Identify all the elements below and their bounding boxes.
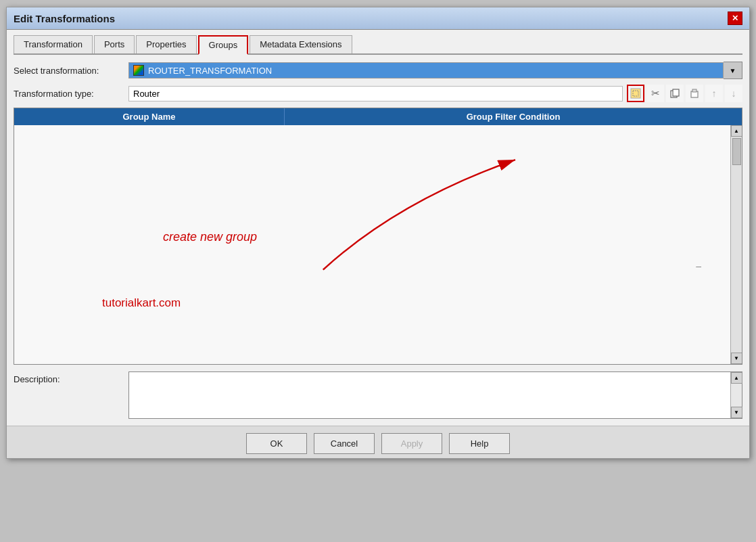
transformation-select-display[interactable]: ROUTER_TRANSFORMATION [128, 62, 724, 78]
scroll-thumb[interactable] [732, 138, 741, 165]
description-box-wrapper: ▲ ▼ [128, 371, 742, 419]
transformation-type-row: Transformation type: Router ✂ [14, 85, 742, 102]
svg-rect-5 [692, 89, 696, 92]
annotation-arrow [14, 125, 742, 364]
tab-groups[interactable]: Groups [198, 35, 249, 55]
cut-button[interactable]: ✂ [646, 85, 664, 102]
transformation-dropdown-arrow[interactable]: ▼ [724, 62, 742, 79]
apply-button[interactable]: Apply [381, 433, 442, 454]
tab-metadata-extensions[interactable]: Metadata Extensions [250, 35, 352, 53]
scroll-up-button[interactable]: ▲ [731, 125, 742, 137]
cancel-button[interactable]: Cancel [314, 433, 375, 454]
description-scrollbar[interactable]: ▲ ▼ [730, 372, 742, 418]
desc-scroll-up[interactable]: ▲ [731, 372, 742, 384]
window-body: Transformation Ports Properties Groups M… [7, 30, 749, 458]
select-transformation-row: Select transformation: ROUTER_TRANSFORMA… [14, 62, 742, 79]
title-bar: Edit Transformations ✕ [7, 7, 749, 30]
col-group-name: Group Name [14, 108, 285, 125]
col-group-filter-condition: Group Filter Condition [285, 108, 742, 125]
svg-rect-3 [673, 89, 679, 96]
watermark-text: tutorialkart.com [102, 296, 181, 310]
dash-indicator: – [696, 261, 701, 271]
transformation-value-text: ROUTER_TRANSFORMATION [148, 66, 272, 76]
scroll-down-button[interactable]: ▼ [731, 353, 742, 364]
move-down-button[interactable]: ↓ [725, 85, 742, 102]
description-textarea[interactable] [129, 372, 730, 418]
grid-header: Group Name Group Filter Condition [14, 108, 742, 125]
main-window: Edit Transformations ✕ Transformation Po… [6, 7, 750, 459]
tab-properties[interactable]: Properties [136, 35, 196, 53]
close-button[interactable]: ✕ [728, 12, 742, 25]
copy-button[interactable] [666, 85, 684, 102]
window-title: Edit Transformations [14, 13, 115, 24]
move-up-button[interactable]: ↑ [705, 85, 723, 102]
scroll-track[interactable] [731, 137, 742, 353]
help-button[interactable]: Help [449, 433, 510, 454]
groups-grid: Group Name Group Filter Condition create… [14, 108, 742, 365]
grid-scrollbar[interactable]: ▲ ▼ [730, 125, 742, 364]
transformation-type-value: Router [128, 86, 623, 101]
tab-transformation[interactable]: Transformation [14, 35, 93, 53]
button-row: OK Cancel Apply Help [7, 426, 749, 458]
paste-icon [690, 89, 699, 98]
transformation-icon [133, 65, 144, 76]
grid-body[interactable]: create new group tutorialkart.com – ▲ [14, 125, 742, 364]
toolbar-icons: ✂ ↑ ↓ [627, 85, 742, 102]
transformation-select-wrapper: ROUTER_TRANSFORMATION ▼ [128, 62, 742, 79]
transformation-type-label: Transformation type: [14, 89, 128, 99]
description-row: Description: ▲ ▼ [14, 371, 742, 419]
tab-ports[interactable]: Ports [94, 35, 135, 53]
svg-rect-0 [631, 89, 640, 98]
select-transformation-label: Select transformation: [14, 66, 128, 76]
new-group-button[interactable] [627, 85, 644, 102]
ok-button[interactable]: OK [246, 433, 307, 454]
copy-icon [670, 89, 680, 98]
new-icon [630, 88, 641, 99]
description-label: Description: [14, 371, 128, 384]
desc-scroll-down[interactable]: ▼ [731, 407, 742, 418]
tab-bar: Transformation Ports Properties Groups M… [14, 35, 742, 55]
annotation-create-new-group: create new group [163, 230, 257, 244]
paste-button[interactable] [686, 85, 703, 102]
